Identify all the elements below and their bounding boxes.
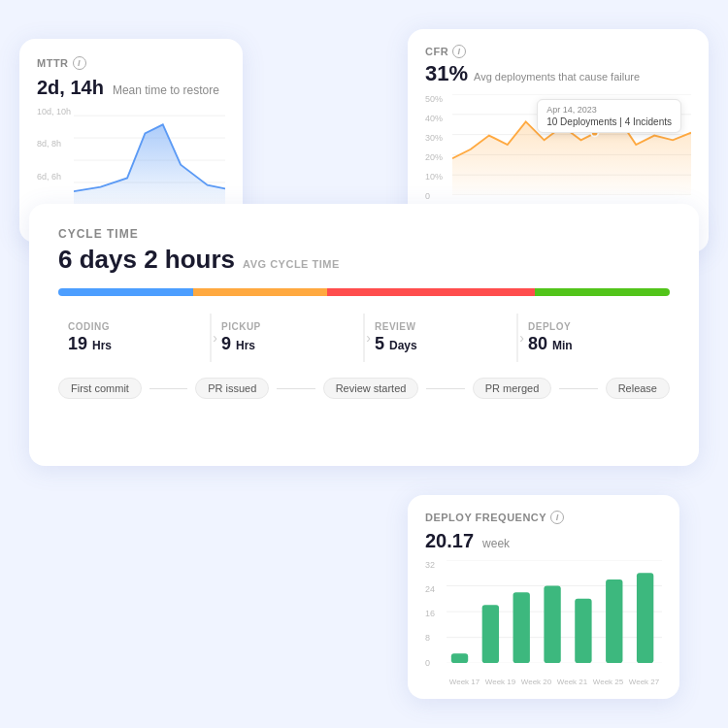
cfr-chart: 50% 40% 30% 20% 10% 0 xyxy=(425,94,691,220)
mttr-title: MTTR xyxy=(37,57,69,69)
mttr-subtitle: Mean time to restore xyxy=(113,83,219,97)
stage-pickup-arrow: › xyxy=(366,330,371,346)
deploy-value: 20.17 xyxy=(425,530,474,552)
stage-pickup-name: PICKUP xyxy=(221,321,353,332)
label-review-started[interactable]: Review started xyxy=(323,378,419,399)
cfr-label: CFR i xyxy=(425,45,691,58)
mttr-chart: 10d, 10h 8d, 8h 6d, 6h 4d, 4h xyxy=(37,107,225,214)
svg-rect-22 xyxy=(637,573,653,663)
label-connector-3 xyxy=(426,388,464,389)
deploy-frequency-card: DEPLOY FREQUENCY i 20.17 week 32 24 16 8… xyxy=(408,495,679,699)
deploy-x-labels: Week 17 Week 19 Week 20 Week 21 Week 25 … xyxy=(447,678,662,686)
svg-rect-16 xyxy=(451,653,468,663)
label-pr-issued[interactable]: PR issued xyxy=(195,378,269,399)
mttr-svg xyxy=(74,107,225,205)
deploy-title: DEPLOY FREQUENCY xyxy=(425,512,546,523)
cycle-time-value: 6 days 2 hours xyxy=(58,245,235,275)
cfr-title: CFR xyxy=(425,46,448,57)
cycle-time-card: CYCLE TIME 6 days 2 hours AVG CYCLE TIME… xyxy=(29,204,699,466)
svg-rect-20 xyxy=(575,599,591,663)
stage-review-name: REVIEW xyxy=(375,321,507,332)
svg-rect-17 xyxy=(482,605,499,663)
stage-review-value: 5 Days xyxy=(375,334,507,354)
cfr-percent: 31% xyxy=(425,61,468,86)
stage-review-arrow: › xyxy=(519,330,524,346)
deploy-info-icon[interactable]: i xyxy=(550,511,564,524)
mttr-label: MTTR i xyxy=(37,56,225,70)
svg-rect-19 xyxy=(544,586,560,664)
deploy-label: DEPLOY FREQUENCY i xyxy=(425,511,662,524)
svg-rect-21 xyxy=(606,579,622,663)
mttr-info-icon[interactable]: i xyxy=(73,56,86,70)
cycle-time-main: 6 days 2 hours AVG CYCLE TIME xyxy=(58,245,670,275)
deploy-y-labels: 32 24 16 8 0 xyxy=(425,560,435,668)
deploy-unit: week xyxy=(482,537,510,550)
stage-coding: CODING 19 Hrs › xyxy=(58,314,212,362)
labels-row: First commit PR issued Review started PR… xyxy=(58,378,670,399)
cfr-info-icon[interactable]: i xyxy=(452,45,466,58)
stage-review: REVIEW 5 Days › xyxy=(365,314,518,362)
cfr-description: Avg deployments that cause failure xyxy=(474,71,640,83)
cycle-time-subtitle: AVG CYCLE TIME xyxy=(243,258,340,270)
cfr-y-labels: 50% 40% 30% 20% 10% 0 xyxy=(425,94,443,202)
stages-row: CODING 19 Hrs › PICKUP 9 Hrs › REVIEW 5 … xyxy=(58,314,670,362)
dashboard: MTTR i 2d, 14h Mean time to restore 10d,… xyxy=(0,0,728,728)
mttr-y-labels: 10d, 10h 8d, 8h 6d, 6h 4d, 4h xyxy=(37,107,71,214)
cycle-progress-bar xyxy=(58,288,670,296)
deploy-chart: 32 24 16 8 0 xyxy=(425,560,662,686)
stage-pickup: PICKUP 9 Hrs › xyxy=(212,314,365,362)
stage-coding-arrow: › xyxy=(213,330,217,346)
cfr-tooltip-date: Apr 14, 2023 xyxy=(546,105,672,115)
cfr-tooltip-text: 10 Deployments | 4 Incidents xyxy=(546,116,672,127)
svg-rect-18 xyxy=(513,592,530,663)
label-connector-2 xyxy=(277,388,314,389)
cfr-tooltip: Apr 14, 2023 10 Deployments | 4 Incident… xyxy=(537,99,681,133)
label-connector-4 xyxy=(559,388,597,389)
label-release[interactable]: Release xyxy=(606,378,670,399)
cfr-value-row: 31% Avg deployments that cause failure xyxy=(425,61,691,86)
stage-pickup-value: 9 Hrs xyxy=(221,334,353,354)
stage-coding-value: 19 Hrs xyxy=(68,334,200,354)
label-first-commit[interactable]: First commit xyxy=(58,378,142,399)
label-pr-merged[interactable]: PR merged xyxy=(473,378,552,399)
label-connector-1 xyxy=(149,388,187,389)
cycle-time-title: CYCLE TIME xyxy=(58,227,670,241)
stage-deploy-name: DEPLOY xyxy=(528,321,660,332)
deploy-svg xyxy=(447,560,662,663)
stage-deploy: DEPLOY 80 Min xyxy=(518,314,670,362)
mttr-value: 2d, 14h xyxy=(37,77,104,99)
stage-coding-name: CODING xyxy=(68,321,200,332)
stage-deploy-value: 80 Min xyxy=(528,334,660,354)
